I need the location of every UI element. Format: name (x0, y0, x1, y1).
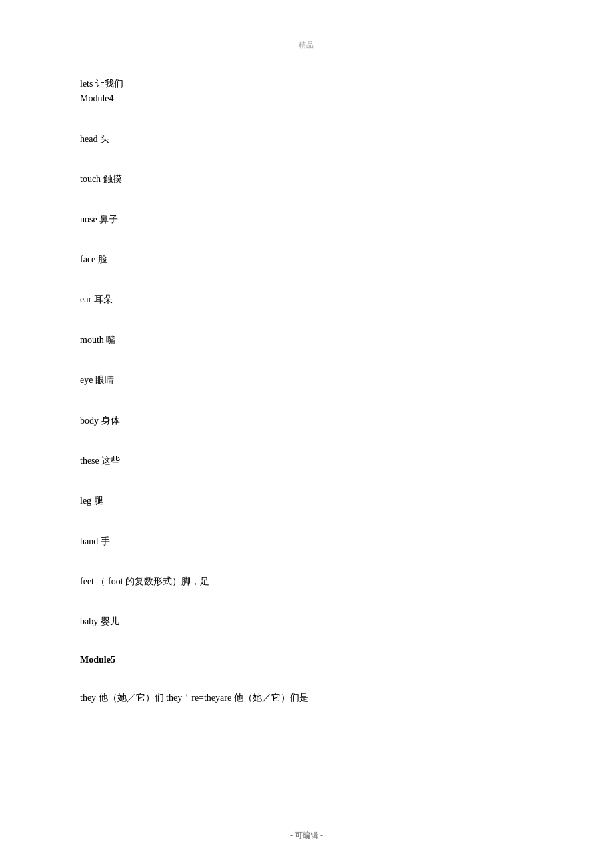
vocab-face: face 脸 (80, 252, 533, 267)
vocab-eye-english: eye (80, 375, 93, 385)
vocab-touch: touch 触摸 (80, 172, 533, 187)
watermark: 精品 (80, 40, 533, 50)
lets-line1: lets 让我们 (80, 77, 533, 91)
vocab-ear-english: ear (80, 294, 91, 304)
lets-module4-block: lets 让我们 Module4 (80, 77, 533, 107)
vocab-eye: eye 眼睛 (80, 373, 533, 388)
vocab-they: they 他（她／它）们 they＇re=theyare 他（她／它）们是 (80, 691, 533, 705)
vocab-body-english: body (80, 416, 99, 426)
vocab-hand: hand 手 (80, 534, 533, 549)
footer-text: - 可编辑 - (0, 830, 613, 841)
module5-header: Module5 (80, 655, 533, 665)
vocab-nose: nose 鼻子 (80, 213, 533, 227)
page-container: 精品 lets 让我们 Module4 head 头 touch 触摸 nose… (0, 0, 613, 868)
vocab-baby-english: baby (80, 616, 98, 626)
vocab-baby: baby 婴儿 (80, 614, 533, 629)
vocab-mouth-english: mouth (80, 335, 104, 345)
vocab-head: head 头 (80, 132, 533, 147)
vocab-head-english: head (80, 134, 97, 144)
vocab-body: body 身体 (80, 414, 533, 428)
vocab-these-english: these (80, 456, 99, 466)
vocab-feet-english: feet (80, 576, 94, 586)
vocab-leg: leg 腿 (80, 494, 533, 508)
vocab-hand-english: hand (80, 536, 98, 546)
vocab-feet: feet （ foot 的复数形式）脚，足 (80, 574, 533, 589)
vocab-ear: ear 耳朵 (80, 292, 533, 307)
lets-line2: Module4 (80, 91, 533, 106)
vocab-face-english: face (80, 254, 95, 264)
vocab-leg-english: leg (80, 496, 91, 506)
vocab-mouth: mouth 嘴 (80, 333, 533, 348)
vocab-these: these 这些 (80, 454, 533, 468)
vocab-nose-english: nose (80, 215, 97, 224)
vocab-touch-english: touch (80, 174, 101, 184)
vocab-they-english: they (80, 693, 96, 703)
